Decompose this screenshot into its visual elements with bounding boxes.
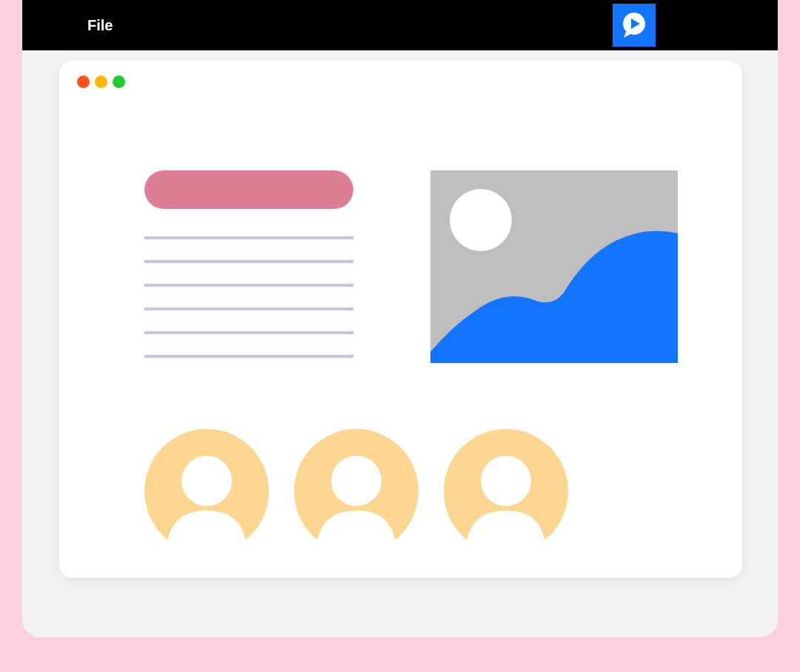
text-line-placeholder bbox=[144, 284, 353, 287]
text-line-placeholder bbox=[144, 260, 353, 263]
file-menu[interactable]: File bbox=[87, 17, 113, 34]
heading-placeholder bbox=[144, 170, 353, 209]
image-placeholder bbox=[430, 170, 678, 363]
text-line-placeholder bbox=[144, 236, 353, 239]
avatar-placeholder bbox=[294, 429, 419, 540]
avatar-placeholder bbox=[144, 429, 269, 540]
window-controls bbox=[77, 76, 125, 88]
text-column bbox=[144, 170, 353, 379]
titlebar: File bbox=[22, 0, 778, 50]
mountain-icon bbox=[430, 230, 678, 363]
close-button[interactable] bbox=[77, 76, 90, 88]
minimize-button[interactable] bbox=[95, 76, 107, 88]
content-panel bbox=[59, 61, 742, 578]
top-row bbox=[144, 170, 678, 379]
app-window: File bbox=[22, 0, 778, 637]
avatars-row bbox=[144, 429, 678, 540]
body-content bbox=[144, 170, 678, 540]
svg-point-6 bbox=[331, 456, 381, 506]
maximize-button[interactable] bbox=[113, 76, 125, 88]
svg-point-3 bbox=[181, 456, 232, 506]
chat-play-icon bbox=[619, 10, 650, 41]
text-line-placeholder bbox=[144, 355, 353, 358]
text-line-placeholder bbox=[144, 307, 353, 310]
text-line-placeholder bbox=[144, 331, 353, 334]
svg-point-9 bbox=[481, 456, 531, 506]
app-logo[interactable] bbox=[613, 4, 656, 47]
avatar-placeholder bbox=[444, 429, 568, 540]
